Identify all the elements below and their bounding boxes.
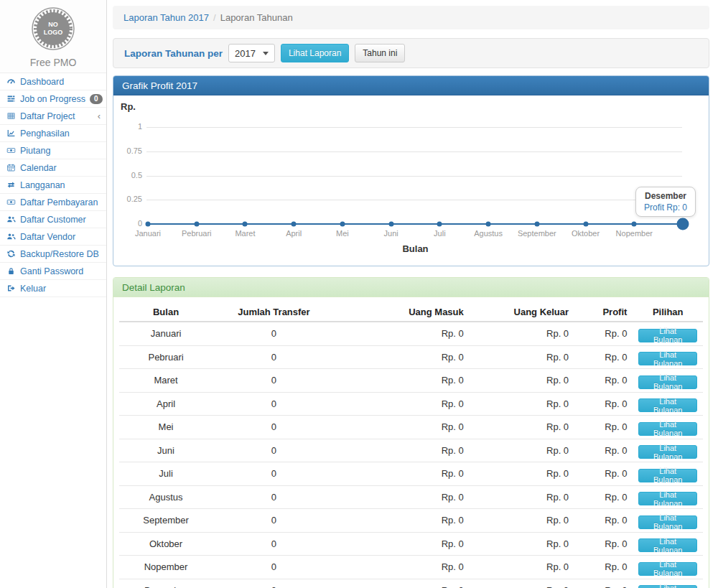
count-badge: 0	[90, 94, 103, 104]
lihat-bulanan-button-januari[interactable]: Lihat Bulanan	[638, 329, 697, 342]
page-wrapper: NO LOGO Free PMO DashboardJob on Progres…	[0, 0, 718, 588]
chart-point-april[interactable]	[292, 222, 297, 227]
cell-jumlah_transfer: 0	[213, 369, 335, 393]
cell-jumlah_transfer: 0	[213, 462, 335, 486]
table-row-maret: Maret0Rp. 0Rp. 0Rp. 0Lihat Bulanan	[119, 369, 703, 393]
sidebar-item-job-on-progress[interactable]: Job on Progress0	[0, 90, 106, 108]
sidebar-item-backup-restore-db[interactable]: Backup/Restore DB	[0, 246, 106, 263]
lihat-bulanan-button-mei[interactable]: Lihat Bulanan	[638, 422, 697, 436]
cell-pilihan: Lihat Bulanan	[633, 462, 703, 486]
cell-uang_keluar: Rp. 0	[470, 532, 574, 556]
sidebar-item-label: Penghasilan	[20, 129, 70, 139]
sidebar-item-penghasilan[interactable]: Penghasilan	[0, 125, 106, 142]
lihat-bulanan-button-agustus[interactable]: Lihat Bulanan	[638, 492, 697, 505]
cell-pilihan: Lihat Bulanan	[633, 532, 703, 556]
cell-uang_masuk: Rp. 0	[335, 369, 470, 393]
sidebar-item-langganan[interactable]: Langganan	[0, 177, 106, 194]
no-logo-icon: NO LOGO	[30, 6, 76, 52]
exchange-icon	[6, 180, 16, 190]
cell-jumlah_transfer: 0	[213, 392, 335, 416]
chart-point-mei[interactable]	[340, 222, 345, 227]
sidebar-item-label: Daftar Pembayaran	[20, 197, 98, 207]
sidebar-item-ganti-password[interactable]: Ganti Password	[0, 263, 106, 280]
chart-panel-title: Grafik Profit 2017	[113, 76, 709, 95]
cell-bulan: April	[119, 392, 213, 416]
sidebar-item-daftar-vendor[interactable]: Daftar Vendor	[0, 228, 106, 246]
sidebar-item-keluar[interactable]: Keluar	[0, 280, 106, 297]
chart-point-september[interactable]	[534, 222, 539, 227]
chart-point-juli[interactable]	[437, 222, 442, 227]
lihat-laporan-button[interactable]: Lihat Laporan	[281, 44, 349, 62]
chart-point-juni[interactable]	[388, 222, 393, 227]
cell-uang_masuk: Rp. 0	[335, 579, 470, 588]
cell-pilihan: Lihat Bulanan	[633, 439, 703, 462]
year-select[interactable]: 2017	[228, 44, 275, 62]
sidebar-item-label: Daftar Customer	[20, 215, 86, 225]
chart-x-axis-label: Bulan	[148, 243, 683, 254]
cell-profit: Rp. 0	[574, 579, 633, 588]
lihat-bulanan-button-oktober[interactable]: Lihat Bulanan	[638, 538, 697, 552]
cell-uang_keluar: Rp. 0	[470, 392, 574, 416]
chart-point-desember[interactable]	[677, 218, 689, 230]
cell-bulan: Mei	[119, 416, 213, 439]
filter-label: Laporan Tahunan per	[124, 48, 223, 59]
lihat-bulanan-button-desember[interactable]: Lihat Bulanan	[638, 585, 697, 588]
table-row-mei: Mei0Rp. 0Rp. 0Rp. 0Lihat Bulanan	[119, 416, 703, 439]
cell-uang_keluar: Rp. 0	[470, 369, 574, 393]
chart-x-tick-label: April	[286, 229, 302, 238]
chart-x-tick-label: Maret	[235, 229, 255, 238]
tooltip-value: Profit Rp: 0	[644, 202, 687, 213]
cell-jumlah_transfer: 0	[213, 416, 335, 439]
chart-point-maret[interactable]	[243, 222, 248, 227]
chart-point-agustus[interactable]	[486, 222, 491, 227]
sidebar-menu: DashboardJob on Progress0Daftar Project‹…	[0, 73, 106, 297]
cell-profit: Rp. 0	[574, 509, 633, 533]
cell-pilihan: Lihat Bulanan	[633, 485, 703, 509]
cell-uang_masuk: Rp. 0	[335, 345, 470, 369]
cell-bulan: Juli	[119, 462, 213, 486]
lihat-bulanan-button-september[interactable]: Lihat Bulanan	[638, 515, 697, 529]
cell-uang_masuk: Rp. 0	[335, 485, 470, 509]
column-header-pilihan: Pilihan	[633, 303, 703, 322]
chart-point-nopember[interactable]	[632, 222, 637, 227]
lihat-bulanan-button-juni[interactable]: Lihat Bulanan	[638, 445, 697, 459]
cell-bulan: Januari	[119, 322, 213, 345]
sidebar-item-piutang[interactable]: Piutang	[0, 142, 106, 159]
chart-y-tick-label: 1	[113, 122, 142, 131]
sidebar-item-calendar[interactable]: Calendar	[0, 159, 106, 177]
cell-profit: Rp. 0	[574, 416, 633, 439]
column-header-uang-keluar: Uang Keluar	[470, 303, 574, 322]
main-content: Laporan Tahun 2017/Laporan Tahunan Lapor…	[107, 0, 718, 588]
chart-point-januari[interactable]	[146, 222, 151, 227]
cell-pilihan: Lihat Bulanan	[633, 392, 703, 416]
cell-uang_masuk: Rp. 0	[335, 439, 470, 462]
cell-uang_keluar: Rp. 0	[470, 322, 574, 345]
cell-uang_masuk: Rp. 0	[335, 392, 470, 416]
cell-profit: Rp. 0	[574, 392, 633, 416]
breadcrumb-link-laporan-tahun[interactable]: Laporan Tahun 2017	[123, 12, 209, 23]
cell-jumlah_transfer: 0	[213, 556, 335, 579]
sidebar-item-daftar-pembayaran[interactable]: Daftar Pembayaran	[0, 194, 106, 211]
cell-pilihan: Lihat Bulanan	[633, 579, 703, 588]
breadcrumb-current: Laporan Tahunan	[220, 12, 293, 23]
lihat-bulanan-button-juli[interactable]: Lihat Bulanan	[638, 469, 697, 482]
lihat-bulanan-button-maret[interactable]: Lihat Bulanan	[638, 375, 697, 389]
lihat-bulanan-button-pebruari[interactable]: Lihat Bulanan	[638, 352, 697, 365]
cell-uang_keluar: Rp. 0	[470, 556, 574, 579]
cell-jumlah_transfer: 0	[213, 532, 335, 556]
sidebar-item-dashboard[interactable]: Dashboard	[0, 73, 106, 90]
year-select-value: 2017	[235, 48, 256, 59]
chart-point-oktober[interactable]	[583, 222, 588, 227]
lihat-bulanan-button-nopember[interactable]: Lihat Bulanan	[638, 562, 697, 576]
lihat-bulanan-button-april[interactable]: Lihat Bulanan	[638, 398, 697, 412]
table-row-agustus: Agustus0Rp. 0Rp. 0Rp. 0Lihat Bulanan	[119, 485, 703, 509]
cell-uang_masuk: Rp. 0	[335, 532, 470, 556]
sidebar-item-daftar-project[interactable]: Daftar Project‹	[0, 108, 106, 125]
tahun-ini-button[interactable]: Tahun ini	[355, 44, 405, 62]
sidebar-item-daftar-customer[interactable]: Daftar Customer	[0, 211, 106, 228]
svg-text:LOGO: LOGO	[44, 29, 63, 36]
report-table: BulanJumlah TransferUang MasukUang Kelua…	[119, 303, 703, 588]
chart-point-pebruari[interactable]	[194, 222, 199, 227]
cell-jumlah_transfer: 0	[213, 345, 335, 369]
lock-icon	[6, 266, 16, 276]
